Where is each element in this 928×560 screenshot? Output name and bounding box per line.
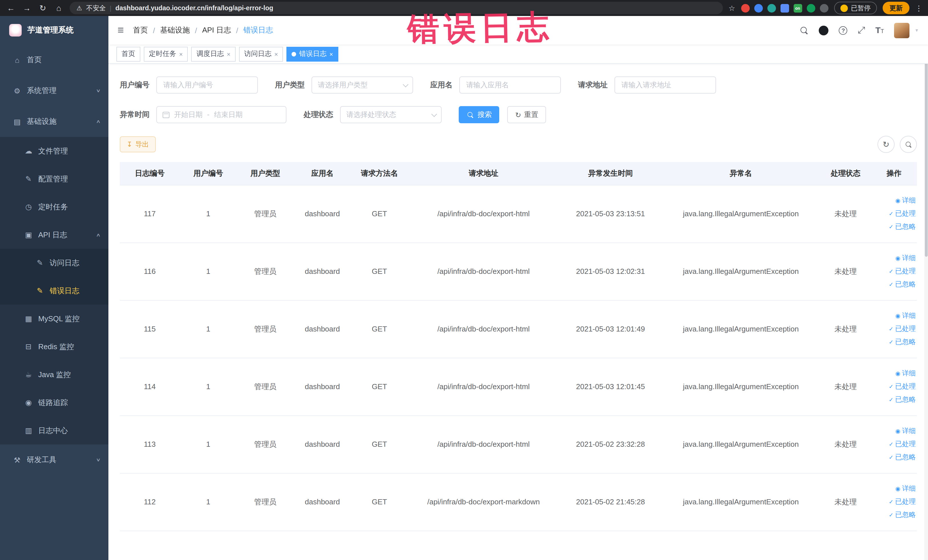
tab-access-log[interactable]: 访问日志 × xyxy=(239,46,283,61)
active-dot-icon xyxy=(292,52,296,56)
check-icon: ✓ xyxy=(888,509,893,521)
bookmark-star-icon[interactable]: ☆ xyxy=(729,4,735,12)
extension-icon[interactable] xyxy=(780,4,789,12)
action-ignored[interactable]: ✓已忽略 xyxy=(888,221,916,233)
eye-icon: ◉ xyxy=(896,425,901,437)
eye-icon: ◉ xyxy=(896,368,901,379)
sidebar-item-infrastructure[interactable]: ▤ 基础设施 ∧ xyxy=(0,106,108,137)
sidebar-item-scheduled-tasks[interactable]: ◷ 定时任务 xyxy=(0,193,108,221)
action-ignored[interactable]: ✓已忽略 xyxy=(888,278,916,290)
forward-icon[interactable]: → xyxy=(22,3,32,12)
action-processed[interactable]: ✓已处理 xyxy=(888,323,916,335)
sidebar-item-mysql-monitor[interactable]: ▦ MySQL 监控 xyxy=(0,305,108,333)
tab-schedule-log[interactable]: 调度日志 × xyxy=(191,46,236,61)
sidebar-item-error-log[interactable]: ✎ 错误日志 xyxy=(0,277,108,305)
app-name-input[interactable] xyxy=(459,76,561,93)
address-bar[interactable]: ⚠ 不安全 | dashboard.yudao.iocoder.cn/infra… xyxy=(70,2,723,14)
fullscreen-icon[interactable]: ⤢ xyxy=(858,25,865,35)
sidebar-item-label: 定时任务 xyxy=(38,202,68,212)
extension-icon[interactable] xyxy=(806,4,815,12)
action-processed[interactable]: ✓已处理 xyxy=(888,496,916,508)
avatar[interactable] xyxy=(894,23,910,38)
check-icon: ✓ xyxy=(888,451,893,463)
github-icon[interactable] xyxy=(819,25,829,35)
paused-button[interactable]: 已暂停 xyxy=(834,2,877,14)
tab-home[interactable]: 首页 xyxy=(116,46,140,61)
extension-on-icon[interactable]: on xyxy=(793,4,802,12)
action-processed[interactable]: ✓已处理 xyxy=(888,438,916,450)
action-processed[interactable]: ✓已处理 xyxy=(888,265,916,277)
cell-exception-name: java.lang.IllegalArgumentException xyxy=(662,300,820,358)
sidebar-item-dev-tools[interactable]: ⚒ 研发工具 ∨ xyxy=(0,444,108,475)
extension-icon[interactable] xyxy=(741,4,749,12)
app-logo[interactable]: 芋道管理系统 xyxy=(0,16,108,44)
action-detail[interactable]: ◉详细 xyxy=(896,483,916,495)
user-id-input[interactable] xyxy=(156,76,258,93)
search-icon[interactable] xyxy=(800,26,809,35)
action-ignored[interactable]: ✓已忽略 xyxy=(888,509,916,521)
tools-icon: ⚒ xyxy=(12,456,22,464)
action-label: 已忽略 xyxy=(895,221,916,233)
action-ignored[interactable]: ✓已忽略 xyxy=(888,336,916,348)
extension-icon[interactable] xyxy=(767,4,776,12)
sidebar-item-api-logs[interactable]: ▣ API 日志 ∧ xyxy=(0,221,108,249)
sidebar-item-trace[interactable]: ◉ 链路追踪 xyxy=(0,389,108,417)
request-url-input[interactable] xyxy=(615,76,716,93)
breadcrumb-item[interactable]: 首页 xyxy=(133,25,148,35)
avatar-caret-icon[interactable]: ▾ xyxy=(916,27,918,33)
search-button[interactable]: 搜索 xyxy=(459,106,499,123)
sidebar-item-access-log[interactable]: ✎ 访问日志 xyxy=(0,249,108,277)
sidebar-item-config-management[interactable]: ✎ 配置管理 xyxy=(0,165,108,193)
breadcrumb-item[interactable]: API 日志 xyxy=(202,25,231,35)
action-processed[interactable]: ✓已处理 xyxy=(888,208,916,220)
refresh-button[interactable]: ↻ xyxy=(878,136,894,153)
breadcrumb-item[interactable]: 基础设施 xyxy=(160,25,190,35)
close-icon[interactable]: × xyxy=(227,50,230,57)
browser-home-icon[interactable]: ⌂ xyxy=(53,3,64,12)
action-detail[interactable]: ◉详细 xyxy=(896,252,916,264)
hamburger-icon[interactable]: ≡ xyxy=(108,24,133,37)
action-detail[interactable]: ◉详细 xyxy=(896,368,916,379)
tab-scheduled-tasks[interactable]: 定时任务 × xyxy=(144,46,188,61)
export-button[interactable]: ↧ 导出 xyxy=(120,136,156,153)
action-label: 已忽略 xyxy=(895,278,916,290)
breadcrumb-separator: / xyxy=(153,26,155,35)
extension-icon[interactable] xyxy=(820,4,828,12)
close-icon[interactable]: × xyxy=(179,50,183,57)
update-button[interactable]: 更新 xyxy=(883,2,910,14)
edit-icon: ✎ xyxy=(24,175,33,183)
sidebar-item-home[interactable]: ⌂ 首页 xyxy=(0,44,108,75)
sidebar-item-file-management[interactable]: ☁ 文件管理 xyxy=(0,137,108,165)
sidebar-item-log-center[interactable]: ▥ 日志中心 xyxy=(0,417,108,444)
close-icon[interactable]: × xyxy=(330,50,333,57)
reset-button[interactable]: ↻ 重置 xyxy=(507,106,546,123)
cell-method: GET xyxy=(351,185,408,243)
sidebar-item-system-management[interactable]: ⚙ 系统管理 ∨ xyxy=(0,75,108,106)
help-icon[interactable]: ? xyxy=(839,26,847,35)
log-center-icon: ▥ xyxy=(24,426,33,435)
table-toolbar: ↧ 导出 ↻ xyxy=(120,136,917,153)
action-ignored[interactable]: ✓已忽略 xyxy=(888,451,916,463)
sidebar-item-redis-monitor[interactable]: ⊟ Redis 监控 xyxy=(0,333,108,360)
font-size-icon[interactable]: TT xyxy=(875,25,884,35)
tab-error-log[interactable]: 错误日志 × xyxy=(287,46,338,61)
home-icon: ⌂ xyxy=(12,56,22,64)
process-status-select[interactable]: 请选择处理状态 xyxy=(340,106,442,123)
user-type-select[interactable]: 请选择用户类型 xyxy=(311,76,413,93)
filter-label: 用户类型 xyxy=(275,80,305,90)
action-ignored[interactable]: ✓已忽略 xyxy=(888,394,916,406)
action-detail[interactable]: ◉详细 xyxy=(896,195,916,206)
action-detail[interactable]: ◉详细 xyxy=(896,310,916,322)
browser-menu-icon[interactable]: ⋮ xyxy=(915,4,923,12)
back-icon[interactable]: ← xyxy=(6,3,16,12)
cell-exception-name: java.lang.IllegalArgumentException xyxy=(662,473,820,531)
extension-icon[interactable] xyxy=(754,4,763,12)
close-icon[interactable]: × xyxy=(275,50,278,57)
action-processed[interactable]: ✓已处理 xyxy=(888,381,916,392)
action-detail[interactable]: ◉详细 xyxy=(896,425,916,437)
sidebar-item-java-monitor[interactable]: ☕ Java 监控 xyxy=(0,360,108,389)
search-toggle-button[interactable] xyxy=(900,136,917,153)
date-range-picker[interactable]: 开始日期 - 结束日期 xyxy=(156,106,286,123)
reload-icon[interactable]: ↻ xyxy=(38,3,48,12)
row-actions: ◉详细 ✓已处理 ✓已忽略 xyxy=(871,368,917,406)
